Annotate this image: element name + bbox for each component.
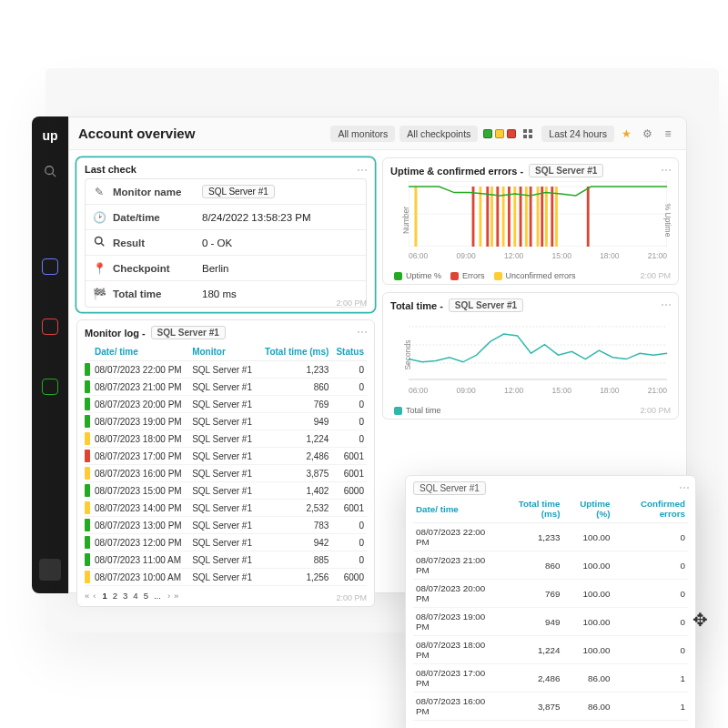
lc-row-monitor: ✎ Monitor name SQL Server #1: [86, 179, 366, 205]
svg-rect-20: [513, 187, 516, 247]
table-row[interactable]: 08/07/2023 16:00 PM3,87586.001: [413, 693, 688, 721]
table-row[interactable]: 08/07/2023 17:00 PMSQL Server #12,486600…: [85, 448, 367, 465]
card-menu-icon[interactable]: ⋯: [679, 481, 690, 494]
svg-rect-4: [523, 135, 527, 138]
col-date[interactable]: Date/ time: [92, 343, 189, 361]
pager: « ‹ 12345... › »: [85, 586, 367, 602]
page-number[interactable]: 3: [449, 724, 459, 728]
monitor-log-title: Monitor log -: [85, 328, 146, 339]
table-row[interactable]: 08/07/2023 13:00 PMSQL Server #17830: [85, 517, 367, 534]
svg-rect-17: [479, 187, 481, 247]
svg-rect-31: [541, 187, 543, 247]
svg-rect-26: [486, 187, 489, 247]
col-monitor[interactable]: Monitor: [189, 343, 258, 361]
gear-icon[interactable]: ⚙: [638, 125, 656, 143]
pencil-icon: ✎: [93, 186, 106, 198]
page-number[interactable]: 2: [110, 590, 120, 602]
table-row[interactable]: 08/07/2023 15:00 PMSQL Server #11,402600…: [85, 482, 367, 500]
nav-item-1[interactable]: [42, 258, 58, 275]
search-result-icon: [93, 236, 106, 249]
card-menu-icon[interactable]: ⋯: [357, 326, 369, 339]
svg-rect-25: [472, 187, 475, 247]
filter-all-checkpoints[interactable]: All checkpoints: [399, 126, 478, 142]
col-status[interactable]: Status: [331, 343, 367, 361]
status-filter[interactable]: [483, 129, 516, 138]
sidebar: up: [32, 116, 68, 593]
svg-point-6: [96, 238, 103, 245]
svg-rect-16: [414, 187, 417, 247]
card-menu-icon[interactable]: ⋯: [357, 164, 369, 177]
page-number[interactable]: ...: [480, 724, 492, 728]
timestamp: 2:00 PM: [336, 593, 367, 602]
table-row[interactable]: 08/07/2023 20:00 PM769100.000: [413, 580, 688, 608]
svg-rect-28: [508, 187, 511, 247]
page-number[interactable]: 2: [439, 724, 449, 728]
gauge-icon: 🏁: [93, 288, 106, 300]
col-total[interactable]: Total time (ms): [258, 343, 332, 361]
grid-icon[interactable]: [519, 125, 537, 143]
timestamp: 2:00 PM: [336, 298, 367, 308]
svg-line-7: [101, 243, 104, 246]
lc-row-checkpoint: 📍 Checkpoint Berlin: [86, 256, 366, 281]
page-number[interactable]: 4: [459, 724, 469, 728]
table-row[interactable]: 08/07/2023 17:00 PM2,48686.001: [413, 664, 688, 693]
table-row[interactable]: 08/07/2023 11:00 AMSQL Server #18850: [85, 551, 367, 569]
svg-rect-22: [537, 187, 540, 247]
table-row[interactable]: 08/07/2023 14:00 PMSQL Server #12,532600…: [85, 500, 367, 517]
time-range-selector[interactable]: Last 24 hours: [541, 126, 614, 142]
svg-rect-29: [520, 187, 522, 247]
page-number[interactable]: 5: [470, 724, 480, 728]
nav-item-2[interactable]: [42, 318, 58, 335]
page-number[interactable]: ...: [151, 590, 164, 602]
page-number[interactable]: 1: [99, 590, 109, 602]
svg-rect-33: [587, 187, 590, 247]
search-icon[interactable]: [41, 162, 59, 180]
timestamp: 2:00 PM: [640, 271, 671, 280]
menu-icon[interactable]: ≡: [659, 125, 677, 143]
header: Account overview All monitors All checkp…: [69, 117, 686, 150]
page-title: Account overview: [78, 126, 195, 141]
svg-rect-3: [529, 129, 532, 133]
table-row[interactable]: 08/07/2023 18:00 PM1,224100.000: [413, 636, 688, 664]
table-row[interactable]: 08/07/2023 12:00 PMSQL Server #19420: [85, 534, 367, 551]
table-row[interactable]: 08/07/2023 22:00 PMSQL Server #11,2330: [85, 361, 367, 379]
table-row[interactable]: 08/07/2023 21:00 PMSQL Server #18600: [85, 379, 367, 396]
table-row[interactable]: 08/07/2023 16:00 PMSQL Server #13,875600…: [85, 465, 367, 482]
uptime-title: Uptime & confirmed errors -: [390, 166, 523, 177]
card-menu-icon[interactable]: ⋯: [661, 298, 672, 311]
svg-rect-5: [529, 135, 532, 138]
page-prev-icon[interactable]: ‹: [93, 591, 96, 601]
table-row[interactable]: 08/07/2023 10:00 AMSQL Server #11,256600…: [85, 569, 367, 586]
sidebar-bottom-item[interactable]: [39, 559, 61, 581]
table-row[interactable]: 08/07/2023 18:00 PMSQL Server #11,2240: [85, 430, 367, 448]
table-row[interactable]: 08/07/2023 19:00 PM949100.000: [413, 608, 688, 636]
page-number[interactable]: 3: [120, 590, 130, 602]
page-number[interactable]: 1: [428, 724, 438, 728]
filter-all-monitors[interactable]: All monitors: [330, 126, 395, 142]
card-monitor-log: Monitor log - SQL Server #1 ⋯ Date/ time…: [76, 319, 375, 607]
star-icon[interactable]: ★: [617, 125, 635, 143]
lc-row-total-time: 🏁 Total time 180 ms: [86, 281, 366, 307]
floating-details-panel[interactable]: SQL Server #1 ⋯ Date/ time Total time (m…: [405, 475, 696, 728]
page-number[interactable]: 4: [130, 590, 140, 602]
logo[interactable]: up: [40, 126, 60, 146]
pager: « ‹ 12345... › »: [413, 721, 688, 728]
table-row[interactable]: 08/07/2023 19:00 PMSQL Server #19490: [85, 413, 367, 430]
table-row[interactable]: 08/07/2023 21:00 PM860100.000: [413, 551, 688, 580]
page-number[interactable]: 5: [141, 590, 151, 602]
monitor-log-table: Date/ time Monitor Total time (ms) Statu…: [85, 343, 367, 586]
move-icon[interactable]: ✥: [693, 609, 708, 631]
pin-icon: 📍: [93, 262, 106, 275]
svg-rect-32: [551, 187, 553, 247]
total-time-title: Total time -: [390, 300, 443, 311]
svg-point-0: [46, 167, 54, 175]
page-last-icon[interactable]: »: [174, 591, 178, 601]
floating-table: Date/ time Total time (ms) Uptime (%) Co…: [413, 495, 688, 721]
card-menu-icon[interactable]: ⋯: [661, 164, 672, 177]
uptime-chart: Number % Uptime 1 0.5 0 100 0: [409, 181, 667, 265]
nav-item-3[interactable]: [42, 379, 58, 395]
table-row[interactable]: 08/07/2023 22:00 PM1,233100.000: [413, 523, 688, 551]
page-first-icon[interactable]: «: [85, 591, 89, 601]
table-row[interactable]: 08/07/2023 20:00 PMSQL Server #17690: [85, 396, 367, 413]
page-next-icon[interactable]: ›: [167, 591, 170, 601]
